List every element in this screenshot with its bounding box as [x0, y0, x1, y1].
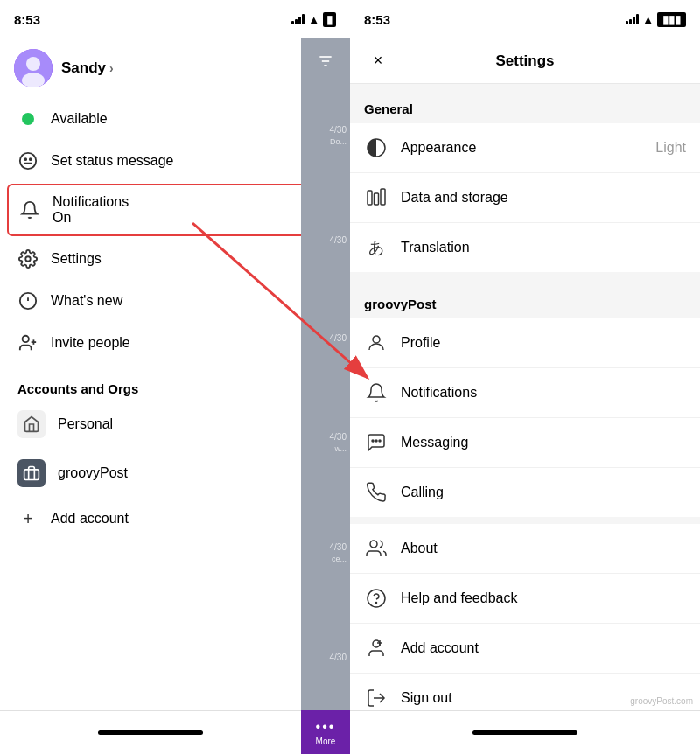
help-icon	[364, 586, 388, 611]
menu-item-whatsnew[interactable]: What's new	[0, 280, 350, 322]
chat-date-6: 4/30	[304, 652, 346, 663]
chat-strip: 4/30Do... 4/30 4/30 4/30w... 4/30ce... 4…	[301, 38, 350, 710]
help-row[interactable]: Help and feedback	[350, 574, 700, 624]
appearance-row[interactable]: Appearance Light	[350, 123, 700, 173]
available-label: Available	[51, 111, 108, 127]
about-row[interactable]: About	[350, 524, 700, 574]
profile-label: Profile	[401, 335, 686, 351]
whatsnew-icon	[18, 290, 38, 311]
more-label: More	[316, 737, 336, 746]
appearance-value: Light	[655, 140, 686, 156]
general-card: Appearance Light Data and storage あ	[350, 123, 700, 272]
calling-icon	[364, 480, 388, 505]
wifi-icon: ▲	[308, 13, 319, 26]
chat-date-4: 4/30w...	[304, 431, 346, 455]
right-panel: 8:53 ▲ ▮▮▮ × Settings General	[350, 0, 700, 754]
menu-item-notifications[interactable]: Notifications On	[7, 184, 343, 236]
account-personal[interactable]: Personal	[0, 400, 350, 449]
invite-label: Invite people	[51, 335, 130, 351]
signout-icon	[364, 686, 388, 710]
messaging-row[interactable]: Messaging	[350, 418, 700, 468]
signal-icon-right	[626, 14, 639, 24]
svg-point-27	[368, 590, 385, 607]
svg-point-22	[373, 336, 380, 343]
add-account-label: Add account	[51, 511, 129, 527]
general-section-label: General	[350, 84, 700, 123]
svg-point-3	[20, 153, 36, 169]
svg-point-11	[23, 336, 29, 342]
translation-label: Translation	[401, 240, 686, 255]
groovypost-card: Profile Notifications	[350, 318, 700, 517]
invite-icon	[18, 332, 38, 353]
menu-item-available[interactable]: Available	[0, 98, 350, 140]
calling-row[interactable]: Calling	[350, 468, 700, 517]
calling-label: Calling	[401, 485, 686, 500]
menu-item-invite[interactable]: Invite people	[0, 322, 350, 364]
home-indicator-left	[98, 730, 203, 735]
help-label: Help and feedback	[401, 590, 686, 606]
groovypost-icon	[18, 459, 46, 487]
avatar-image	[14, 49, 52, 87]
personal-label: Personal	[58, 416, 113, 432]
add-account-item[interactable]: + Add account	[0, 498, 350, 540]
settings-title: Settings	[392, 52, 658, 70]
status-icon	[18, 150, 38, 171]
svg-point-23	[375, 440, 377, 442]
time-left: 8:53	[14, 12, 40, 27]
bottom-nav-right	[350, 710, 700, 754]
settings-icon	[18, 248, 38, 269]
menu-item-settings[interactable]: Settings	[0, 238, 350, 280]
misc-card: About Help and feedback	[350, 524, 700, 710]
svg-point-26	[370, 541, 377, 548]
appearance-label: Appearance	[401, 140, 643, 156]
notifications-sub: On	[52, 210, 129, 226]
messaging-label: Messaging	[401, 435, 686, 450]
watermark: groovyPost.com	[630, 696, 693, 706]
appearance-icon	[364, 136, 388, 160]
data-storage-icon	[364, 185, 388, 210]
svg-rect-20	[374, 193, 379, 205]
user-section[interactable]: Sandy ›	[0, 38, 350, 94]
filter-icon	[301, 45, 350, 77]
status-bar-right: 8:53 ▲ ▮▮▮	[350, 0, 700, 38]
svg-rect-19	[368, 191, 372, 205]
data-storage-row[interactable]: Data and storage	[350, 173, 700, 223]
svg-point-25	[379, 440, 381, 442]
add-account-settings-label: Add account	[401, 640, 686, 656]
status-icons-right: ▲ ▮▮▮	[626, 12, 686, 27]
menu-item-status[interactable]: Set status message	[0, 140, 350, 182]
chat-date-3: 4/30	[304, 332, 346, 344]
svg-point-5	[24, 158, 26, 160]
home-indicator-right	[472, 730, 578, 735]
more-button[interactable]: ••• More	[301, 710, 350, 754]
whatsnew-label: What's new	[51, 293, 122, 309]
svg-point-6	[30, 158, 32, 160]
settings-label: Settings	[51, 251, 102, 267]
translation-row[interactable]: あ Translation	[350, 223, 700, 272]
battery-icon-right: ▮▮▮	[657, 12, 686, 27]
avatar	[14, 49, 52, 87]
groovypost-section-label: groovyPost	[350, 279, 700, 318]
svg-point-29	[373, 640, 380, 647]
status-message-label: Set status message	[51, 153, 174, 169]
signal-icon	[291, 14, 304, 24]
add-account-row[interactable]: Add account	[350, 624, 700, 674]
about-icon	[364, 536, 388, 561]
personal-icon	[18, 410, 46, 438]
notifications-icon	[19, 199, 40, 220]
close-button[interactable]: ×	[364, 47, 392, 75]
settings-header: × Settings	[350, 38, 700, 84]
svg-rect-21	[381, 189, 385, 205]
translation-icon: あ	[364, 235, 388, 260]
about-label: About	[401, 541, 686, 556]
battery-icon: ▮	[323, 12, 336, 27]
groovypost-label: groovyPost	[58, 465, 128, 481]
profile-row[interactable]: Profile	[350, 318, 700, 368]
chat-date-1: 4/30Do...	[304, 124, 346, 148]
more-dots-icon: •••	[316, 719, 336, 735]
account-groovypost[interactable]: groovyPost ✓	[0, 449, 350, 498]
settings-notifications-icon	[364, 380, 388, 405]
chevron-icon: ›	[109, 61, 114, 75]
user-name: Sandy ›	[61, 59, 114, 77]
settings-notifications-row[interactable]: Notifications	[350, 368, 700, 418]
